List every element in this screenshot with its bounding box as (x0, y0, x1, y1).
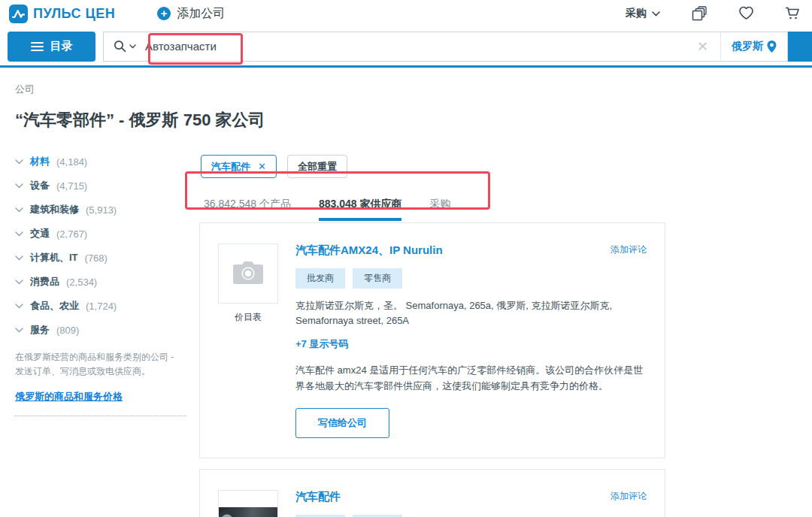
pulse-logo-icon (9, 5, 28, 23)
sidebar-item-construction[interactable]: 建筑和装修 (5,913) (15, 203, 199, 216)
company-address: 克拉斯诺亚尔斯克，圣。 Semafornaya, 265a, 俄罗斯, 克拉斯诺… (295, 298, 626, 328)
filter-chip-label: 汽车配件 (211, 160, 250, 174)
tab-products[interactable]: 36,842,548 个产品 (204, 198, 291, 221)
add-review-link[interactable]: 添加评论 (611, 490, 647, 503)
sidebar-item-food-agriculture[interactable]: 食品、农业 (1,724) (15, 299, 199, 313)
company-photo-placeholder[interactable] (218, 243, 278, 304)
sidebar-prices-link[interactable]: 俄罗斯的商品和服务价格 (15, 390, 123, 404)
reset-all-label: 全部重置 (298, 160, 337, 174)
filter-chip-auto-parts[interactable]: 汽车配件 ✕ (201, 155, 277, 178)
chevron-down-icon (652, 11, 660, 17)
favorites-heart-icon[interactable] (738, 6, 753, 21)
region-label: 俄罗斯 (732, 40, 763, 53)
sidebar-item-services[interactable]: 服务 (809) (15, 323, 199, 337)
logo[interactable]: ПУЛЬС ЦЕН (9, 5, 115, 23)
company-card: 价目表 汽车配件 添加评论 批发商 零售商 十月镇村，呃。 121，奥斯特罗夫齐… (199, 469, 665, 517)
sidebar-item-consumer-goods[interactable]: 消费品 (2,534) (15, 275, 199, 289)
company-card: 价目表 汽车配件AMX24、IP Nurulin 添加评论 批发商 零售商 克拉… (199, 222, 665, 458)
remove-filter-icon[interactable]: ✕ (258, 161, 266, 172)
location-pin-icon (767, 41, 777, 53)
chevron-down-icon (15, 304, 23, 309)
compare-icon[interactable] (692, 6, 707, 21)
region-selector[interactable]: 俄罗斯 (720, 32, 787, 61)
company-description: 汽车配件 amx24 是适用于任何汽车的广泛零部件经销商。该公司的合作伙伴是世界… (295, 362, 647, 395)
camera-icon (232, 261, 264, 286)
chevron-down-icon (15, 159, 23, 165)
catalog-label: 目录 (50, 39, 73, 53)
company-title-link[interactable]: 汽车配件 (295, 490, 341, 504)
purchases-menu[interactable]: 采购 (626, 7, 660, 20)
page-title: “汽车零部件” - 俄罗斯 750 家公司 (15, 109, 797, 132)
plus-icon: + (157, 7, 171, 20)
sidebar-note: 在俄罗斯经营的商品和服务类别的公司 - 发送订单、写消息或致电供应商。 (15, 350, 184, 378)
clear-search-icon[interactable]: ✕ (685, 38, 720, 55)
show-phone-link[interactable]: +7 显示号码 (295, 337, 647, 351)
add-company-button[interactable]: + 添加公司 (157, 6, 225, 22)
chevron-down-icon (15, 328, 23, 333)
sidebar-item-materials[interactable]: 材料 (4,184) (15, 155, 199, 168)
search-icon (114, 40, 126, 53)
search-toolbar: 目录 ✕ 俄罗斯 (0, 27, 812, 68)
chevron-down-icon (15, 280, 23, 285)
reset-all-button[interactable]: 全部重置 (287, 155, 347, 178)
top-header: ПУЛЬС ЦЕН + 添加公司 采购 (0, 0, 812, 27)
company-title-link[interactable]: 汽车配件AMX24、IP Nurulin (295, 243, 443, 258)
cart-icon[interactable] (785, 6, 800, 21)
add-review-link[interactable]: 添加评论 (611, 243, 647, 256)
sidebar-item-computers-it[interactable]: 计算机、IT (768) (15, 251, 199, 265)
search-input[interactable] (145, 40, 685, 53)
chevron-down-icon (15, 255, 23, 261)
logo-text: ПУЛЬС ЦЕН (33, 6, 115, 22)
chevron-down-icon (129, 44, 136, 49)
purchases-label: 采购 (626, 7, 647, 20)
search-box: ✕ 俄罗斯 (103, 32, 788, 62)
sidebar-item-transport[interactable]: 交通 (2,767) (15, 227, 199, 240)
write-to-company-button[interactable]: 写信给公司 (295, 408, 389, 438)
results-area: 汽车配件 ✕ 全部重置 36,842,548 个产品 883,048 家供应商 … (199, 155, 797, 517)
breadcrumb[interactable]: 公司 (15, 83, 797, 96)
chevron-down-icon (15, 207, 23, 213)
category-sidebar: 材料 (4,184) 设备 (4,715) 建筑和装修 (5,913) 交通 (… (15, 155, 199, 517)
hamburger-icon (31, 42, 44, 51)
sidebar-divider (15, 416, 186, 416)
chevron-down-icon (15, 231, 23, 237)
company-photo[interactable] (218, 490, 278, 517)
price-list-link[interactable]: 价目表 (211, 311, 286, 324)
catalog-button[interactable]: 目录 (8, 32, 95, 62)
add-company-label: 添加公司 (177, 6, 225, 22)
search-submit-button[interactable] (788, 32, 812, 62)
tab-suppliers[interactable]: 883,048 家供应商 (319, 198, 402, 221)
badge-wholesaler: 批发商 (295, 268, 345, 289)
chevron-down-icon (15, 183, 23, 189)
badge-retailer: 零售商 (353, 268, 402, 289)
search-type-selector[interactable] (104, 40, 145, 53)
sidebar-item-equipment[interactable]: 设备 (4,715) (15, 179, 199, 192)
results-tabs: 36,842,548 个产品 883,048 家供应商 采购 (204, 198, 797, 221)
company-photo-image (219, 507, 277, 517)
tab-purchases[interactable]: 采购 (429, 198, 450, 221)
